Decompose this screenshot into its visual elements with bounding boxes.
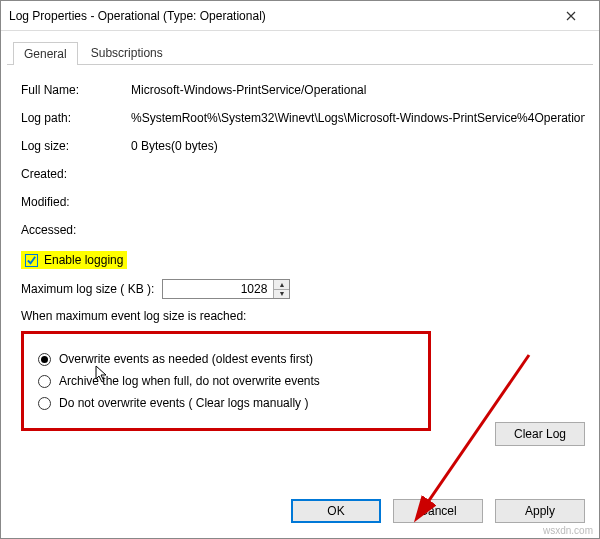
logpath-label: Log path: [21, 111, 131, 125]
radio-archive-label: Archive the log when full, do not overwr… [59, 374, 320, 388]
radio-overwrite-label: Overwrite events as needed (oldest event… [59, 352, 313, 366]
radio-donot-label: Do not overwrite events ( Clear logs man… [59, 396, 308, 410]
enable-logging-label: Enable logging [44, 253, 123, 267]
created-label: Created: [21, 167, 131, 181]
ok-button[interactable]: OK [291, 499, 381, 523]
logsize-value: 0 Bytes(0 bytes) [131, 139, 585, 153]
fullname-label: Full Name: [21, 83, 131, 97]
radio-overwrite[interactable]: Overwrite events as needed (oldest event… [38, 352, 414, 366]
logpath-value: %SystemRoot%\System32\Winevt\Logs\Micros… [131, 111, 585, 125]
close-button[interactable] [551, 2, 591, 30]
radio-donot[interactable]: Do not overwrite events ( Clear logs man… [38, 396, 414, 410]
radio-icon [38, 375, 51, 388]
retention-radio-group: Overwrite events as needed (oldest event… [21, 331, 431, 431]
reached-label: When maximum event log size is reached: [21, 309, 585, 323]
modified-label: Modified: [21, 195, 131, 209]
radio-archive[interactable]: Archive the log when full, do not overwr… [38, 374, 414, 388]
window-title: Log Properties - Operational (Type: Oper… [9, 9, 551, 23]
dialog-body: Full Name: Microsoft-Windows-PrintServic… [1, 65, 599, 494]
tab-strip: General Subscriptions [7, 37, 593, 65]
enable-logging-checkbox[interactable]: Enable logging [21, 251, 127, 269]
log-properties-window: Log Properties - Operational (Type: Oper… [0, 0, 600, 539]
clear-log-button[interactable]: Clear Log [495, 422, 585, 446]
logsize-label: Log size: [21, 139, 131, 153]
cancel-button[interactable]: Cancel [393, 499, 483, 523]
spin-up-button[interactable]: ▲ [274, 280, 289, 289]
accessed-label: Accessed: [21, 223, 131, 237]
fullname-value: Microsoft-Windows-PrintService/Operation… [131, 83, 585, 97]
spin-down-button[interactable]: ▼ [274, 289, 289, 299]
maxsize-input[interactable] [163, 280, 273, 298]
tab-subscriptions[interactable]: Subscriptions [80, 41, 174, 64]
radio-icon [38, 397, 51, 410]
dialog-footer: OK Cancel Apply [1, 494, 599, 538]
titlebar: Log Properties - Operational (Type: Oper… [1, 1, 599, 31]
checkbox-icon [25, 254, 38, 267]
maxsize-label: Maximum log size ( KB ): [21, 282, 154, 296]
apply-button[interactable]: Apply [495, 499, 585, 523]
maxsize-stepper[interactable]: ▲ ▼ [162, 279, 290, 299]
watermark: wsxdn.com [543, 525, 593, 536]
radio-icon [38, 353, 51, 366]
tab-general[interactable]: General [13, 42, 78, 65]
close-icon [566, 11, 576, 21]
